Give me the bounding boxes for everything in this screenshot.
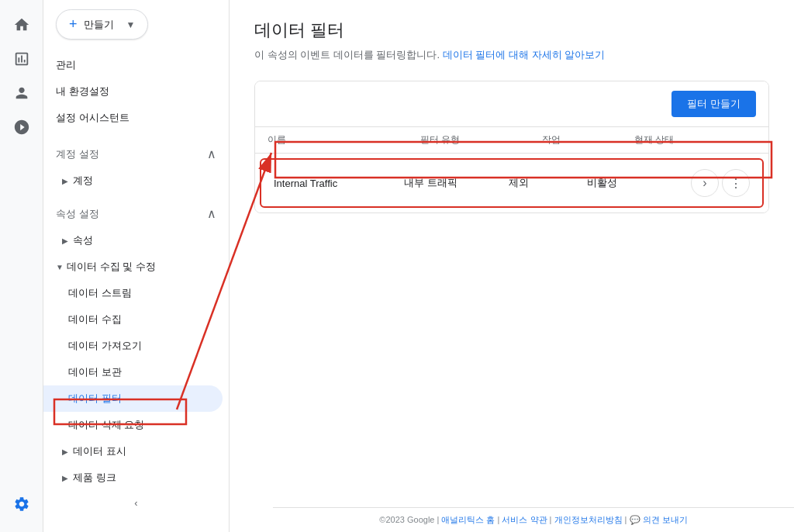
nav-sidebar: + 만들기 ▼ 관리 내 환경설정 설정 어시스턴트 계정 설정 ∧ ▶ 계정 …: [43, 0, 230, 532]
arrow-property-icon: ▶: [62, 237, 68, 245]
col-header-action: 작업: [542, 133, 633, 147]
chart-icon[interactable]: [6, 43, 37, 74]
data-stream-label: 데이터 스트림: [68, 286, 132, 300]
chevron-up-icon: ∧: [207, 147, 216, 161]
person-icon[interactable]: [6, 78, 37, 109]
annotation-overlay: [230, 0, 794, 532]
property-label: 속성: [73, 233, 93, 247]
nav-my-settings[interactable]: 내 환경설정: [43, 78, 223, 105]
nav-data-retention[interactable]: 데이터 보관: [43, 359, 223, 385]
page-title: 데이터 필터: [254, 19, 769, 42]
col-header-type: 필터 유형: [420, 133, 543, 147]
row-controls: › ⋮: [691, 169, 750, 197]
create-button[interactable]: + 만들기 ▼: [56, 9, 148, 40]
table-col-headers: 이름 필터 유형 작업 현재 상태: [255, 127, 768, 154]
plus-icon: +: [69, 16, 78, 33]
footer-privacy[interactable]: 개인정보처리방침: [554, 515, 623, 524]
data-retention-label: 데이터 보관: [68, 365, 122, 379]
footer-terms[interactable]: 서비스 약관: [502, 515, 547, 524]
settings-icon[interactable]: [6, 489, 37, 520]
row-name: Internal Traffic: [274, 178, 404, 189]
arrow-links-icon: ▶: [62, 474, 68, 482]
data-collection-label: 데이터 수집: [68, 313, 122, 326]
account-settings-label: 계정 설정: [56, 147, 99, 161]
row-status: 비활성: [587, 176, 692, 190]
table-row: Internal Traffic 내부 트래픽 제외 비활성 › ⋮: [261, 160, 762, 206]
account-settings-header[interactable]: 계정 설정 ∧: [43, 140, 229, 168]
icon-sidebar: [0, 0, 43, 532]
footer-feedback-icon: 💬: [630, 515, 640, 524]
setup-assistant-label: 설정 어시스턴트: [56, 111, 129, 125]
arrow-display-icon: ▶: [62, 447, 68, 456]
arrow-icon: ▶: [62, 177, 68, 185]
data-delete-label: 데이터 삭제 요청: [68, 418, 144, 432]
product-links-label: 제품 링크: [73, 471, 116, 485]
nav-setup-assistant[interactable]: 설정 어시스턴트: [43, 105, 223, 131]
table-header-row: 필터 만들기: [255, 81, 768, 127]
collapse-button[interactable]: ‹: [43, 491, 229, 515]
nav-data-delete[interactable]: 데이터 삭제 요청: [43, 412, 223, 438]
row-navigate-button[interactable]: ›: [691, 169, 719, 197]
data-table-container: 필터 만들기 이름 필터 유형 작업 현재 상태 Internal Traffi…: [254, 81, 769, 213]
arrow-data-collect-icon: ▼: [56, 263, 64, 271]
row-filter-type: 내부 트래픽: [404, 176, 509, 190]
nav-property[interactable]: ▶ 속성: [43, 227, 223, 254]
target-icon[interactable]: [6, 112, 37, 143]
collapse-icon: ‹: [134, 497, 137, 509]
create-button-wrap: + 만들기 ▼: [43, 0, 229, 49]
nav-data-import[interactable]: 데이터 가져오기: [43, 333, 223, 359]
property-settings-label: 속성 설정: [56, 207, 99, 221]
nav-data-stream[interactable]: 데이터 스트림: [43, 280, 223, 306]
filter-create-button[interactable]: 필터 만들기: [671, 91, 756, 117]
nav-sidebar-bottom: ‹: [43, 491, 229, 532]
my-settings-label: 내 환경설정: [56, 85, 109, 98]
data-collect-label: 데이터 수집 및 수정: [67, 260, 156, 274]
table-body: Internal Traffic 내부 트래픽 제외 비활성 › ⋮: [255, 154, 768, 212]
row-more-button[interactable]: ⋮: [722, 169, 750, 197]
account-label: 계정: [73, 174, 93, 188]
nav-data-collection[interactable]: 데이터 수집: [43, 306, 223, 333]
dropdown-arrow-icon: ▼: [126, 19, 136, 30]
footer-copyright: ©2023 Google: [379, 515, 434, 524]
nav-manage[interactable]: 관리: [43, 52, 223, 78]
footer-feedback[interactable]: 의견 보내기: [643, 515, 688, 524]
data-import-label: 데이터 가져오기: [68, 339, 142, 353]
main-content: 데이터 필터 이 속성의 이벤트 데이터를 필터링합니다. 데이터 필터에 대해…: [230, 0, 794, 532]
property-settings-header[interactable]: 속성 설정 ∧: [43, 200, 229, 227]
row-action: 제외: [509, 176, 587, 190]
subtitle-text: 이 속성의 이벤트 데이터를 필터링합니다.: [254, 49, 440, 60]
nav-account[interactable]: ▶ 계정: [43, 168, 223, 194]
nav-data-collect[interactable]: ▼ 데이터 수집 및 수정: [43, 254, 223, 280]
main-nav-section: 관리 내 환경설정 설정 어시스턴트: [43, 49, 229, 134]
footer: ©2023 Google | 애널리틱스 홈 | 서비스 약관 | 개인정보처리…: [273, 507, 794, 532]
subtitle-link[interactable]: 데이터 필터에 대해 자세히 알아보기: [443, 49, 605, 60]
col-header-status: 현재 상태: [634, 133, 757, 147]
data-display-label: 데이터 표시: [73, 444, 126, 458]
nav-data-filter[interactable]: 데이터 필터: [43, 385, 223, 412]
col-header-name: 이름: [268, 133, 420, 147]
nav-product-links[interactable]: ▶ 제품 링크: [43, 465, 223, 491]
create-button-label: 만들기: [84, 18, 114, 32]
chevron-up2-icon: ∧: [207, 206, 216, 221]
manage-label: 관리: [56, 58, 76, 72]
page-subtitle: 이 속성의 이벤트 데이터를 필터링합니다. 데이터 필터에 대해 자세히 알아…: [254, 48, 769, 62]
data-filter-label: 데이터 필터: [68, 392, 122, 406]
nav-data-display[interactable]: ▶ 데이터 표시: [43, 438, 223, 465]
home-icon[interactable]: [6, 9, 37, 40]
footer-analytics-home[interactable]: 애널리틱스 홈: [441, 515, 495, 524]
